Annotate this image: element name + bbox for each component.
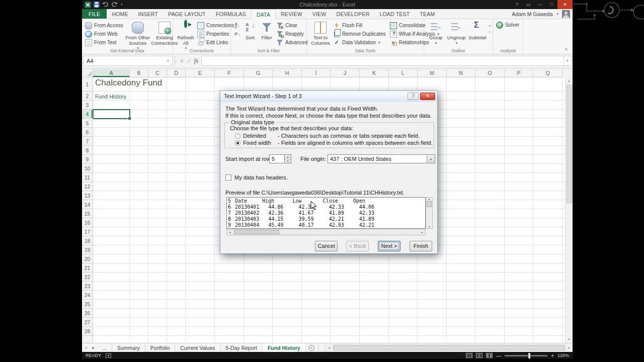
scroll-left-icon[interactable]: ◄ [326,346,333,349]
macro-record-icon[interactable] [106,353,111,358]
row-header-21[interactable]: 21 [82,263,93,273]
my-data-has-headers-label[interactable]: My data has headers. [234,174,288,180]
zoom-slider[interactable] [505,355,547,356]
tab-insert[interactable]: INSERT [133,9,164,19]
tab-team[interactable]: TEAM [415,9,440,19]
preview-hscroll-thumb[interactable] [234,230,279,234]
ungroup-button[interactable]: Ungroup ▾ [445,21,467,46]
back-button[interactable]: < Back [346,241,369,251]
sheet-tab-overflow[interactable]: ... [97,343,112,352]
dialog-title-bar[interactable]: Text Import Wizard - Step 1 of 3 ? ✕ [220,91,437,102]
scroll-right-icon[interactable]: ► [566,346,573,349]
vertical-scrollbar-thumb[interactable] [567,85,572,203]
tab-review[interactable]: REVIEW [276,9,307,19]
row-header-7[interactable]: 7 [82,137,93,146]
row-header-2[interactable]: 2 [82,92,93,101]
minimize-button[interactable]: — [534,0,546,9]
help-button[interactable]: ? [511,0,523,9]
preview-horizontal-scrollbar[interactable]: ◄ ► [226,229,426,235]
zoom-slider-thumb[interactable] [528,353,530,358]
row-header-1[interactable]: 1 [82,77,93,92]
row-header-3[interactable]: 3 [82,101,93,110]
horizontal-scrollbar-thumb[interactable] [333,345,565,350]
tab-view[interactable]: VIEW [307,9,332,19]
preview-vertical-scrollbar[interactable]: ▲ ▼ [426,197,433,229]
fixed-width-radio[interactable] [235,140,240,146]
reapply-button[interactable]: Reapply [275,30,308,38]
cell-a2[interactable]: Fund History [95,94,126,100]
new-sheet-button[interactable]: + [306,343,317,352]
row-header-11[interactable]: 11 [82,173,93,182]
column-header-D[interactable]: D [167,69,186,77]
advanced-button[interactable]: Advanced [275,38,308,47]
save-button[interactable] [94,2,100,8]
from-other-sources-button[interactable]: From Other Sources ▾ [124,21,151,51]
properties-button[interactable]: Properties [196,30,235,38]
row-header-27[interactable]: 27 [82,318,93,327]
row-header-8[interactable]: 8 [82,146,93,155]
close-button[interactable]: ✕ [557,0,573,9]
tab-developer[interactable]: DEVELOPER [331,9,374,19]
user-account[interactable]: Adam M Gaweda ▾ [512,9,573,19]
zoom-in-button[interactable]: + [551,353,554,358]
file-preview-box[interactable]: 5Date High Low Close Open620130401 44.86… [226,197,426,229]
delimited-radio[interactable] [235,133,240,139]
column-header-C[interactable]: C [148,69,167,77]
column-header-J[interactable]: J [331,69,360,77]
page-break-view-button[interactable] [486,353,493,358]
column-header-L[interactable]: L [389,69,418,77]
sort-descending-button[interactable] [233,30,242,38]
column-header-I[interactable]: I [302,69,331,77]
undo-button[interactable] [102,2,109,8]
column-header-Q[interactable]: Q [533,69,562,77]
scroll-up-icon[interactable]: ▲ [566,77,573,84]
sheet-tab-5-day-report[interactable]: 5-Day Report [221,343,263,352]
row-header-15[interactable]: 15 [82,209,93,218]
show-detail-button[interactable]: + [488,23,492,29]
next-button[interactable]: Next > [378,241,400,251]
column-header-K[interactable]: K [360,69,389,77]
from-text-button[interactable]: From Text [84,38,124,47]
column-header-H[interactable]: H [273,69,302,77]
file-origin-combo[interactable]: 437 : OEM United States ▾ [328,154,435,163]
column-header-O[interactable]: O [475,69,505,77]
row-header-5[interactable]: 5 [82,119,93,128]
preview-scroll-up-icon[interactable]: ▲ [428,198,431,201]
dialog-help-button[interactable]: ? [408,93,419,100]
row-header-22[interactable]: 22 [82,273,93,282]
data-validation-button[interactable]: Data Validation ▾ [332,38,387,47]
formula-input[interactable] [201,56,564,66]
sheet-tab-fund-history[interactable]: Fund History [263,343,306,352]
collapse-ribbon-button[interactable]: ^ [565,47,568,52]
row-header-9[interactable]: 9 [82,155,93,164]
edit-links-button[interactable]: Edit Links [196,38,235,47]
filter-button[interactable]: Filter [258,21,275,41]
hide-detail-button[interactable]: − [488,29,492,35]
row-header-26[interactable]: 26 [82,309,93,318]
column-header-M[interactable]: M [418,69,447,77]
scroll-down-icon[interactable]: ▼ [566,336,573,343]
row-header-23[interactable]: 23 [82,282,93,291]
sheet-tab-portfolio[interactable]: Portfolio [145,343,176,352]
redo-button[interactable] [111,2,118,8]
enter-entry-button[interactable]: ✓ [187,58,191,64]
cancel-entry-button[interactable]: ✕ [180,58,184,64]
clear-button[interactable]: Clear [275,21,308,30]
subtotal-button[interactable]: Subtotal [467,21,488,41]
row-header-12[interactable]: 12 [82,182,93,191]
expand-formula-bar-button[interactable]: ▾ [564,56,572,66]
row-header-20[interactable]: 20 [82,254,93,263]
remove-duplicates-button[interactable]: Remove Duplicates [332,30,387,38]
tab-file[interactable]: FILE [82,9,107,19]
column-header-P[interactable]: P [505,69,533,77]
tab-formulas[interactable]: FORMULAS [211,9,251,19]
row-header-10[interactable]: 10 [82,164,93,173]
start-row-value[interactable]: 5 [270,155,284,163]
select-all-corner[interactable] [82,69,93,77]
previous-sheet-button[interactable]: ◄ [82,343,90,352]
insert-function-button[interactable]: fx [194,57,199,65]
my-data-has-headers-checkbox[interactable] [225,174,231,180]
column-header-A[interactable]: A [93,69,130,77]
from-web-button[interactable]: From Web [84,30,124,38]
solver-button[interactable]: Solver [495,21,520,29]
